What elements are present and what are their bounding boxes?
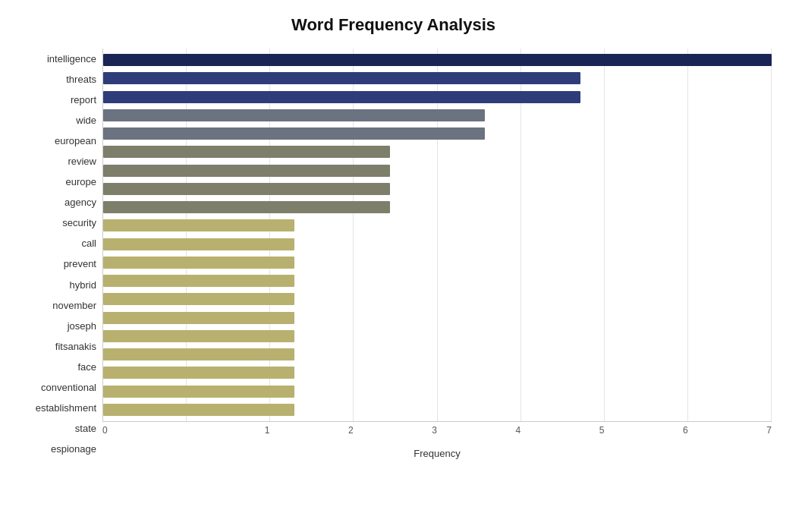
y-label: european	[55, 136, 96, 146]
y-label: europe	[66, 177, 96, 187]
y-label: security	[62, 218, 96, 228]
y-label: report	[71, 95, 96, 105]
bar-row	[103, 384, 772, 399]
bar	[103, 348, 294, 360]
bar	[103, 386, 294, 398]
y-label: intelligence	[47, 54, 96, 64]
x-tick: 0	[102, 422, 186, 445]
y-label: establishment	[36, 403, 96, 413]
bar-row	[103, 310, 772, 326]
bar-row	[103, 291, 772, 307]
x-tick: 4	[437, 422, 521, 445]
y-label: prevent	[64, 259, 96, 269]
bar-row	[103, 181, 772, 197]
x-tick: 2	[270, 422, 354, 445]
bar-row	[103, 402, 772, 417]
bar-row	[103, 273, 772, 288]
y-label: review	[68, 156, 96, 166]
bar	[103, 275, 294, 287]
y-label: fitsanakis	[55, 342, 96, 351]
bar	[103, 183, 390, 195]
x-axis: 01234567	[102, 422, 772, 445]
x-tick: 6	[605, 422, 688, 445]
bar-row	[103, 71, 772, 86]
y-label: face	[77, 362, 96, 372]
bar-row	[103, 237, 772, 252]
y-label: agency	[64, 197, 96, 207]
bar	[103, 293, 294, 305]
chart-container: Word Frequency Analysis intelligencethre…	[0, 0, 802, 532]
y-label: conventional	[41, 382, 96, 392]
bar-row	[103, 108, 772, 123]
bar-row	[103, 200, 772, 215]
y-label: november	[52, 301, 96, 310]
bar	[103, 127, 485, 140]
bar	[103, 330, 294, 342]
bar-row	[103, 144, 772, 159]
bar-row	[103, 347, 772, 362]
bar-row	[103, 365, 772, 380]
y-axis: intelligencethreatsreportwideeuropeanrev…	[15, 49, 102, 459]
bar-row	[103, 52, 772, 68]
bars-wrapper	[103, 49, 772, 421]
bar-row	[103, 218, 772, 233]
x-tick: 5	[521, 422, 604, 445]
y-label: joseph	[68, 321, 96, 331]
bar	[103, 257, 294, 269]
x-axis-label: Frequency	[102, 448, 772, 459]
bar-row	[103, 255, 772, 270]
bar	[103, 72, 580, 84]
bar	[103, 201, 390, 213]
bar	[103, 165, 390, 177]
y-label: call	[81, 238, 96, 248]
bars-and-x: 01234567 Frequency	[102, 49, 772, 459]
x-tick: 7	[688, 422, 772, 445]
bar	[103, 312, 294, 324]
bar-row	[103, 90, 772, 105]
chart-title: Word Frequency Analysis	[15, 15, 772, 35]
bars-section	[102, 49, 772, 422]
y-label: espionage	[51, 444, 96, 454]
bar	[103, 219, 294, 231]
y-label: state	[75, 423, 96, 433]
bar-row	[103, 329, 772, 344]
bar	[103, 91, 580, 103]
bar	[103, 238, 294, 250]
chart-area: intelligencethreatsreportwideeuropeanrev…	[15, 49, 772, 459]
bar-row	[103, 163, 772, 178]
y-label: hybrid	[70, 280, 96, 290]
y-label: threats	[66, 74, 96, 84]
bar-row	[103, 126, 772, 141]
x-tick: 3	[354, 422, 437, 445]
bar	[103, 404, 294, 416]
y-label: wide	[76, 115, 96, 125]
bar	[103, 146, 390, 158]
bar	[103, 54, 772, 66]
bar	[103, 367, 294, 379]
bar	[103, 109, 485, 121]
x-tick: 1	[186, 422, 269, 445]
